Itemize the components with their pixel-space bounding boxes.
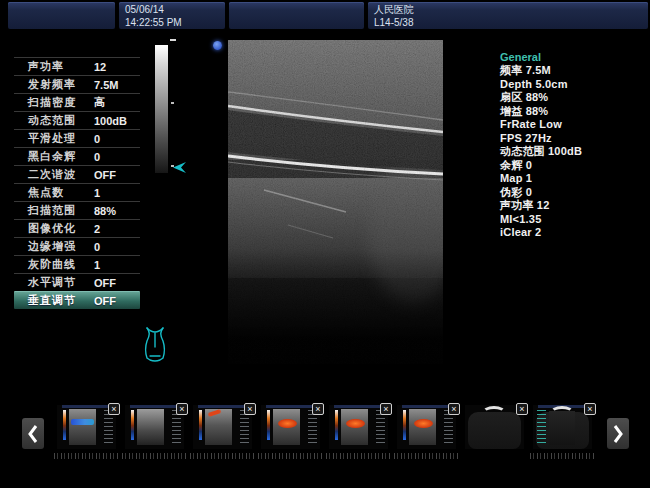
parameter-value: 1	[94, 259, 100, 271]
thumbnail-close-button[interactable]: ×	[380, 403, 392, 415]
thumb-text-column	[444, 410, 453, 444]
parameter-value: 7.5M	[94, 79, 118, 91]
probe-orientation-dot-icon	[213, 41, 222, 50]
parameter-row[interactable]: 灰阶曲线 1	[14, 255, 140, 273]
thumb-convex-arc	[550, 406, 574, 419]
info-line: 扇区 88%	[500, 91, 645, 105]
parameter-row[interactable]: 声功率 12	[14, 57, 140, 75]
parameter-row[interactable]: 图像优化 2	[14, 219, 140, 237]
thumbnail-caption	[394, 453, 460, 459]
thumbnail-close-button[interactable]: ×	[244, 403, 256, 415]
parameter-value: 100dB	[94, 115, 127, 127]
close-icon: ×	[451, 404, 456, 414]
time-text: 14:22:55 PM	[125, 17, 182, 28]
thumb-topbar	[198, 405, 248, 408]
thumb-topbar	[62, 405, 112, 408]
thumbnail-caption	[122, 453, 188, 459]
parameter-label: 平滑处理	[28, 131, 94, 146]
info-line: 动态范围 100dB	[500, 145, 645, 159]
thumbnail-close-button[interactable]: ×	[516, 403, 528, 415]
thumb-text-column	[537, 410, 546, 444]
close-icon: ×	[587, 404, 592, 414]
parameter-value: OFF	[94, 295, 116, 307]
thumbnail-close-button[interactable]: ×	[108, 403, 120, 415]
close-icon: ×	[111, 404, 116, 414]
image-info-panel: General 频率 7.5MDepth 5.0cm扇区 88%增益 88%Fr…	[500, 50, 645, 240]
scroll-right-button[interactable]	[607, 418, 629, 449]
thumb-doppler-region	[346, 419, 365, 428]
close-icon: ×	[519, 404, 524, 414]
parameter-row[interactable]: 水平调节 OFF	[14, 273, 140, 291]
thumb-doppler-region	[71, 419, 94, 425]
parameter-row[interactable]: 边缘增强 0	[14, 237, 140, 255]
thumb-text-column	[308, 410, 317, 444]
parameter-label: 灰阶曲线	[28, 257, 94, 272]
thumbnail-close-button[interactable]: ×	[584, 403, 596, 415]
thumbnail-strip: × × ×	[0, 404, 650, 470]
thumb-doppler-region	[278, 419, 297, 428]
image-thumbnail[interactable]: ×	[57, 405, 116, 449]
thumb-colorbar	[63, 410, 66, 440]
parameter-label: 二次谐波	[28, 167, 94, 182]
image-thumbnail[interactable]: ×	[533, 405, 592, 449]
parameter-row[interactable]: 垂直调节 OFF	[14, 291, 140, 309]
thumb-colorbar	[199, 410, 202, 440]
parameter-label: 扫描密度	[28, 95, 94, 110]
thumb-topbar	[130, 405, 180, 408]
parameter-value: OFF	[94, 277, 116, 289]
thumbnail-close-button[interactable]: ×	[312, 403, 324, 415]
parameter-menu: 声功率 12 发射频率 7.5M 扫描密度 高 动态范围 100dB 平滑处理 …	[14, 57, 140, 309]
thumb-colorbar	[267, 410, 270, 440]
parameter-row[interactable]: 发射频率 7.5M	[14, 75, 140, 93]
image-thumbnail[interactable]: ×	[465, 405, 524, 449]
parameter-row[interactable]: 动态范围 100dB	[14, 111, 140, 129]
parameter-row[interactable]: 焦点数 1	[14, 183, 140, 201]
probe-model: L14-5/38	[374, 17, 413, 28]
scroll-left-button[interactable]	[22, 418, 44, 449]
parameter-row[interactable]: 扫描密度 高	[14, 93, 140, 111]
thumbnail-caption	[258, 453, 324, 459]
image-thumbnail[interactable]: ×	[193, 405, 252, 449]
thumbnail-list: × × ×	[57, 405, 592, 449]
patient-info-box	[8, 2, 115, 29]
thumbnail-caption	[190, 453, 256, 459]
parameter-label: 发射频率	[28, 77, 94, 92]
info-line: 频率 7.5M	[500, 64, 645, 78]
parameter-row[interactable]: 黑白余辉 0	[14, 147, 140, 165]
thumbnail-close-button[interactable]: ×	[448, 403, 460, 415]
thumb-text-column	[376, 410, 385, 444]
info-line: 伪彩 0	[500, 186, 645, 200]
info-line: FPS 27Hz	[500, 132, 645, 146]
image-thumbnail[interactable]: ×	[397, 405, 456, 449]
info-line: Map 1	[500, 172, 645, 186]
parameter-row[interactable]: 二次谐波 OFF	[14, 165, 140, 183]
image-thumbnail[interactable]: ×	[125, 405, 184, 449]
exam-info-box	[229, 2, 364, 29]
parameter-value: 12	[94, 61, 106, 73]
thumb-scan-area	[137, 409, 164, 445]
body-marker-icon	[141, 326, 169, 364]
thumb-colorbar	[403, 410, 406, 440]
ultrasound-render	[228, 40, 443, 364]
hospital-box: 人民医院 L14-5/38	[368, 2, 648, 29]
image-thumbnail[interactable]: ×	[329, 405, 388, 449]
parameter-label: 动态范围	[28, 113, 94, 128]
parameter-label: 焦点数	[28, 185, 94, 200]
close-icon: ×	[247, 404, 252, 414]
info-line: MI<1.35	[500, 213, 645, 227]
thumbnail-caption	[54, 453, 120, 459]
parameter-row[interactable]: 扫描范围 88%	[14, 201, 140, 219]
parameter-value: 高	[94, 95, 105, 110]
close-icon: ×	[179, 404, 184, 414]
thumbnail-close-button[interactable]: ×	[176, 403, 188, 415]
close-icon: ×	[315, 404, 320, 414]
image-thumbnail[interactable]: ×	[261, 405, 320, 449]
ultrasound-image	[228, 40, 443, 364]
info-panel-title: General	[500, 50, 645, 64]
datetime-box: 05/06/14 14:22:55 PM	[119, 2, 225, 29]
chevron-left-icon	[27, 424, 39, 444]
thumb-topbar	[266, 405, 316, 408]
parameter-row[interactable]: 平滑处理 0	[14, 129, 140, 147]
parameter-value: 2	[94, 223, 100, 235]
parameter-label: 图像优化	[28, 221, 94, 236]
